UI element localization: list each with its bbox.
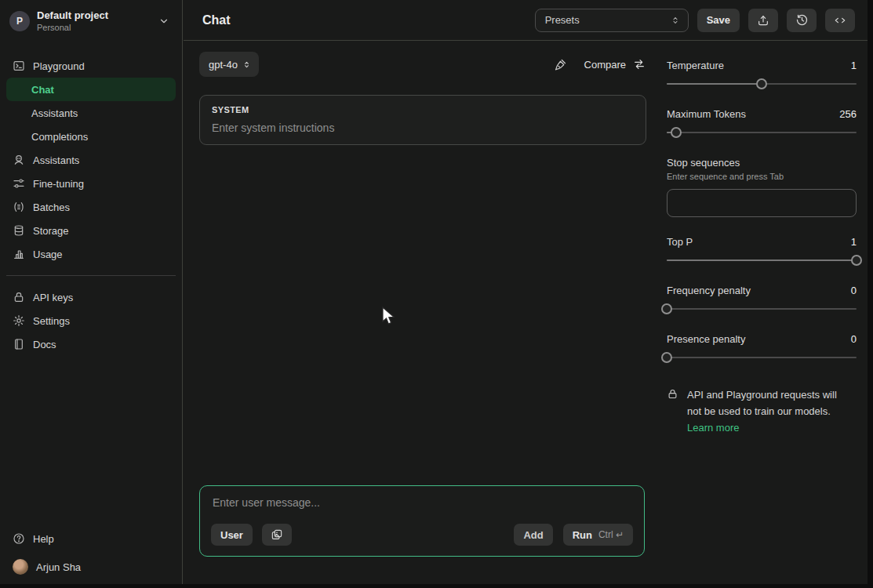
- slider-thumb[interactable]: [851, 255, 862, 266]
- system-instructions-placeholder[interactable]: Enter system instructions: [212, 122, 634, 134]
- topbar-actions: Presets Save: [535, 9, 855, 32]
- sliders-icon: [13, 177, 25, 190]
- sidebar-item-label: Assistants: [33, 154, 79, 166]
- sidebar-item-label: Settings: [33, 315, 70, 327]
- user-name: Arjun Sha: [36, 561, 81, 573]
- role-user-button[interactable]: User: [211, 524, 253, 546]
- stop-sequences-input[interactable]: [667, 189, 857, 217]
- system-message-panel[interactable]: SYSTEM Enter system instructions: [199, 95, 646, 145]
- composer-actions: User Add Run Ctrl ↵: [211, 524, 633, 546]
- param-value: 1: [851, 60, 857, 71]
- temperature-slider[interactable]: [667, 78, 857, 89]
- presence-penalty-slider[interactable]: [667, 352, 857, 363]
- chevron-down-icon: [158, 16, 169, 27]
- slider-thumb[interactable]: [661, 303, 672, 314]
- param-label: Frequency penalty: [667, 285, 751, 296]
- history-icon[interactable]: [787, 9, 817, 32]
- sidebar-item-assistants[interactable]: Assistants: [6, 148, 176, 172]
- slider-thumb[interactable]: [661, 352, 672, 363]
- param-max-tokens: Maximum Tokens 256: [667, 108, 857, 138]
- sidebar-divider: [6, 275, 176, 276]
- model-row-actions: Compare: [554, 58, 646, 71]
- top-p-slider[interactable]: [667, 255, 857, 266]
- param-label: Maximum Tokens: [667, 108, 746, 120]
- sidebar-item-settings[interactable]: Settings: [6, 309, 176, 332]
- database-icon: [13, 224, 25, 237]
- chevron-updown-icon: [671, 15, 680, 26]
- frequency-penalty-slider[interactable]: [667, 303, 857, 314]
- sidebar-item-account[interactable]: Arjun Sha: [6, 555, 176, 579]
- project-avatar: P: [9, 11, 30, 31]
- sidebar-item-label: Docs: [33, 339, 56, 350]
- gear-icon: [13, 314, 25, 327]
- sidebar-footer: Help Arjun Sha: [0, 527, 182, 579]
- slider-track: [667, 132, 857, 133]
- user-message-placeholder[interactable]: Enter user message...: [211, 496, 633, 509]
- chat-column: gpt-4o Compare: [199, 41, 646, 588]
- sidebar-item-label: Storage: [33, 225, 69, 237]
- page-title: Chat: [202, 13, 231, 27]
- sidebar-item-chat[interactable]: Chat: [6, 78, 176, 101]
- code-icon[interactable]: [825, 9, 855, 32]
- param-frequency-penalty: Frequency penalty 0: [667, 285, 857, 314]
- project-switcher[interactable]: P Default project Personal: [0, 0, 182, 43]
- sidebar-item-label: Batches: [33, 201, 70, 213]
- compare-arrows-icon: [632, 58, 646, 71]
- sidebar-item-help[interactable]: Help: [6, 527, 176, 550]
- presets-label: Presets: [545, 14, 580, 26]
- compare-label: Compare: [584, 59, 626, 71]
- param-temperature: Temperature 1: [667, 60, 857, 89]
- stop-sequences-hint: Enter sequence and press Tab: [667, 172, 857, 181]
- topbar: Chat Presets Save: [184, 0, 873, 41]
- composer-right-actions: Add Run Ctrl ↵: [514, 524, 633, 546]
- scrollbar-track-vertical[interactable]: [868, 0, 873, 588]
- sidebar-item-label: Playground: [33, 60, 85, 72]
- terminal-icon: [13, 60, 25, 72]
- batches-icon: [13, 201, 25, 213]
- attach-image-icon[interactable]: [262, 524, 292, 546]
- sidebar-item-fine-tuning[interactable]: Fine-tuning: [6, 172, 176, 195]
- sidebar-item-label: Completions: [31, 131, 88, 143]
- scrollbar-track-horizontal[interactable]: [0, 584, 873, 588]
- sidebar-item-label: Usage: [33, 249, 63, 260]
- param-label: Stop sequences: [667, 157, 740, 169]
- book-icon: [13, 338, 25, 350]
- system-role-label: SYSTEM: [212, 105, 634, 114]
- sidebar-item-storage[interactable]: Storage: [6, 219, 176, 242]
- sidebar-item-docs[interactable]: Docs: [6, 332, 176, 356]
- compare-button[interactable]: Compare: [584, 58, 646, 71]
- assistant-face-icon: [13, 154, 25, 166]
- sidebar-item-batches[interactable]: Batches: [6, 195, 176, 219]
- run-shortcut: Ctrl ↵: [598, 529, 624, 540]
- sidebar-item-completions[interactable]: Completions: [6, 125, 176, 148]
- slider-track: [667, 357, 857, 358]
- slider-thumb[interactable]: [671, 127, 682, 138]
- param-label: Top P: [667, 236, 693, 248]
- model-select[interactable]: gpt-4o: [199, 52, 259, 77]
- model-row: gpt-4o Compare: [199, 52, 646, 77]
- sidebar-item-assistants-sub[interactable]: Assistants: [6, 101, 176, 125]
- sidebar-item-playground[interactable]: Playground: [6, 54, 176, 78]
- user-message-composer[interactable]: Enter user message... User Add Run Ctrl …: [199, 485, 645, 557]
- sidebar: P Default project Personal Playground Ch…: [0, 0, 183, 588]
- save-button[interactable]: Save: [697, 9, 740, 32]
- sidebar-item-label: Fine-tuning: [33, 178, 84, 190]
- sidebar-item-label: Chat: [31, 84, 54, 96]
- param-top-p: Top P 1: [667, 236, 857, 266]
- privacy-notice-text: API and Playground requests will not be …: [687, 387, 838, 436]
- sidebar-item-label: Assistants: [31, 107, 78, 119]
- clear-broom-icon[interactable]: [554, 58, 567, 71]
- run-button[interactable]: Run Ctrl ↵: [563, 524, 633, 546]
- help-icon: [13, 532, 25, 545]
- learn-more-link[interactable]: Learn more: [687, 419, 739, 436]
- sidebar-item-api-keys[interactable]: API keys: [6, 285, 176, 309]
- share-icon[interactable]: [748, 9, 778, 32]
- presets-select[interactable]: Presets: [535, 9, 689, 32]
- add-message-button[interactable]: Add: [514, 524, 552, 546]
- slider-thumb[interactable]: [756, 78, 767, 89]
- sidebar-item-usage[interactable]: Usage: [6, 242, 176, 266]
- main-body: gpt-4o Compare: [184, 41, 873, 588]
- max-tokens-slider[interactable]: [667, 127, 857, 138]
- slider-fill: [667, 260, 857, 261]
- lock-icon: [13, 291, 25, 303]
